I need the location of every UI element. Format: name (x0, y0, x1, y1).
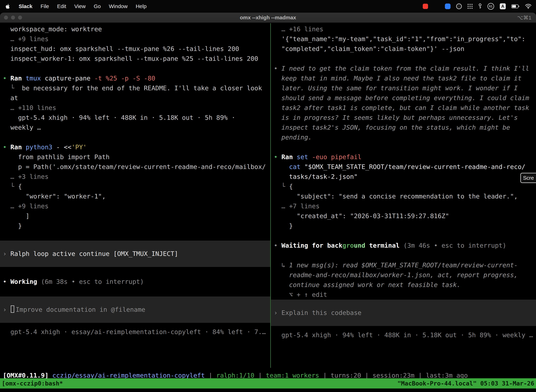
battery-icon[interactable] (511, 4, 519, 9)
text-segment: gpt-5.4 xhigh · 94% left · 488K in · 5.1… (3, 114, 235, 121)
text-segment: gpt-5.4 xhigh · essay/ai-reimplementatio… (3, 328, 266, 336)
terminal-line: ↳ 1 new msg(s): read $OMX_TEAM_STATE_ROO… (271, 260, 536, 270)
text-segment: set (297, 153, 312, 160)
text-segment: readme-and-reco/mailbox/worker-1.json, a… (274, 271, 518, 279)
text-segment: later. Using the same for transition mig… (274, 84, 518, 92)
terminal-line: … +9 lines (0, 201, 270, 211)
terminal-line: inspect task2's JSON, focusing on the st… (271, 123, 536, 132)
text-segment: - << (56, 144, 72, 151)
text-segment: Explain this codebase (281, 308, 361, 318)
terminal-line: ⌥ + ↑ edit (271, 290, 536, 300)
text-segment: cat (289, 163, 304, 170)
text-segment: last:3m ago (426, 372, 468, 379)
text-segment: cczip/essay/ai-reimplementation-copyleft (53, 372, 205, 379)
text-segment: inspect_hud: omx sparkshell --tmux-pane … (3, 45, 239, 52)
text-segment: (6m 38s • esc to interrupt) (41, 278, 144, 285)
text-segment: … +16 lines (274, 25, 323, 33)
composer-input[interactable]: › Improve documentation in @filename (0, 296, 270, 323)
wifi-icon[interactable] (525, 4, 531, 9)
apple-menu-icon[interactable] (5, 3, 10, 10)
terminal-line: later. Using the same for transition mig… (271, 83, 536, 93)
text-segment: } (3, 222, 22, 229)
terminal-line: • Ran set -euo pipefail (271, 152, 536, 162)
blank-line (271, 142, 536, 152)
screenshot-overlay-label: Scre (523, 173, 534, 183)
input-source-icon[interactable]: A (500, 3, 506, 9)
working-indicator: • Working (6m 38s • esc to interrupt) (0, 277, 270, 287)
terminal-line: weekly … (0, 123, 270, 132)
blank-line (0, 132, 270, 142)
menu-item-help[interactable]: Help (136, 3, 147, 9)
text-segment: workspace_mode: worktree (3, 25, 102, 33)
text-segment: › (3, 305, 10, 315)
blank-line (0, 267, 270, 277)
key-icon[interactable] (478, 3, 482, 9)
battery-gauge-icon[interactable]: 61 (488, 3, 494, 10)
ghost-app-icon[interactable] (456, 4, 462, 9)
window-shortcut-hint: ⌥⌘1 (517, 14, 536, 21)
blank-line (271, 250, 536, 260)
active-app-name[interactable]: Slack (19, 3, 32, 9)
spacer (271, 326, 536, 330)
text-segment: … +9 lines (3, 35, 48, 42)
blue-app-icon[interactable] (445, 4, 450, 9)
terminal-line: at (0, 93, 270, 103)
menu-item-window[interactable]: Window (109, 3, 128, 9)
text-segment: "subject": "send a concise recommendatio… (274, 193, 518, 200)
terminal-line: } (0, 221, 270, 231)
text-segment: | (319, 372, 330, 379)
blank-line (0, 64, 270, 73)
text-segment: ralph:1/10 (216, 372, 254, 379)
text-segment: python3 (26, 144, 56, 151)
recording-indicator-icon[interactable] (423, 4, 428, 9)
terminal-pane-right[interactable]: … +16 lines '{"team_name":"my-team","tas… (271, 24, 536, 340)
text-segment: | (205, 372, 216, 379)
terminal-line: cat "$OMX_TEAM_STATE_ROOT/team/review-cu… (271, 162, 536, 172)
terminal-pane-left[interactable]: workspace_mode: worktree … +9 lines insp… (0, 24, 270, 337)
terminal-line: … +7 lines (271, 201, 536, 211)
text-segment: • (274, 242, 281, 249)
text-segment: gro (342, 242, 354, 249)
terminal-line: "subject": "send a concise recommendatio… (271, 191, 536, 201)
terminal-line: p = Path('.omx/state/team/review-current… (0, 162, 270, 172)
text-segment: | (415, 372, 426, 379)
terminal-line: … +110 lines (0, 103, 270, 113)
terminal-line: inspect_worker-1: omx sparkshell --tmux-… (0, 54, 270, 64)
menu-bar: Slack FileEditViewGoWindowHelp 61 A (0, 0, 536, 13)
menu-item-file[interactable]: File (40, 3, 49, 9)
text-segment: p = Path('.omx/state/team/review-current… (3, 163, 266, 170)
tmux-session-label: [omx-cczip0:bash* (2, 378, 63, 388)
text-segment: Ralph loop active continue [OMX_TMUX_INJ… (10, 249, 178, 259)
text-segment: -euo pipefail (312, 153, 362, 160)
text-segment: turns:20 (330, 372, 361, 379)
text-segment: terminal (365, 242, 403, 249)
text-segment: Ran (10, 144, 26, 151)
tmux-pane-divider[interactable] (270, 23, 271, 368)
text-segment: is in progress? It seems likely but perh… (274, 114, 518, 121)
menu-item-edit[interactable]: Edit (57, 3, 66, 9)
text-segment: at (3, 94, 18, 102)
text-segment: ] (3, 212, 29, 219)
terminal-line: "created_at": "2026-03-31T11:59:27.816Z" (271, 211, 536, 221)
menu-items: FileEditViewGoWindowHelp (40, 3, 147, 9)
menu-item-go[interactable]: Go (94, 3, 101, 9)
terminal-line: is in progress? It seems likely but perh… (271, 113, 536, 123)
blank-line (271, 54, 536, 64)
dots-grid-icon[interactable] (467, 4, 473, 9)
text-segment: { (18, 183, 22, 190)
screenshot-thumbnail-overlay[interactable]: Scre (520, 173, 536, 183)
menu-item-view[interactable]: View (74, 3, 86, 9)
text-segment: Ran (281, 153, 297, 160)
terminal-line: … +3 lines (0, 172, 270, 182)
window-grid-icon[interactable] (434, 4, 439, 9)
terminal-line: workspace_mode: worktree (0, 24, 270, 34)
menu-bar-status-icons: 61 A (423, 3, 531, 10)
text-segment: ↳ (274, 261, 289, 269)
terminal-line: • I need to get the claim token from the… (271, 64, 536, 73)
text-segment: { (289, 183, 293, 190)
text-segment: keep that in mind. Maybe I also need the… (274, 75, 522, 82)
text-segment: gpt-5.4 xhigh · 94% left · 488K in · 5.1… (274, 331, 533, 339)
composer-input[interactable]: › Explain this codebase (271, 300, 536, 326)
text-segment: › (274, 308, 281, 318)
text-segment: "$OMX_TEAM_STATE_ROOT/team/review-curren… (304, 163, 525, 170)
